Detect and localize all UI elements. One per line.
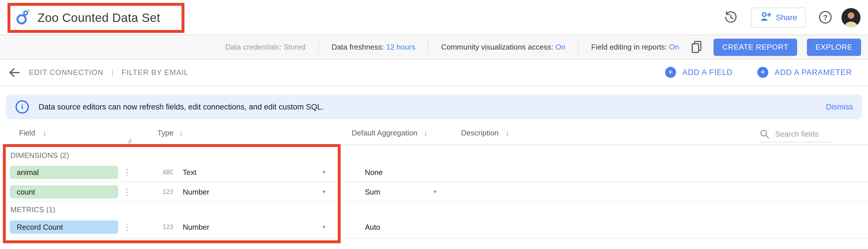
table-row-animal: animal ⋮ ABC Text ▼ None xyxy=(0,162,868,182)
status-bar: Data credentials: Stored Data freshness:… xyxy=(0,35,868,59)
help-glyph: ? xyxy=(818,10,832,24)
version-history-icon[interactable] xyxy=(723,10,738,25)
person-add-icon xyxy=(760,11,772,23)
field-type-123-icon: 123 xyxy=(162,188,173,195)
column-resize-handle[interactable] xyxy=(126,137,132,146)
aggregation-value: None xyxy=(365,168,383,176)
toolbar-actions: + ADD A FIELD + ADD A PARAMETER xyxy=(665,59,852,85)
info-banner: i Data source editors can now refresh fi… xyxy=(6,95,862,119)
data-freshness-label: Data freshness: xyxy=(332,43,384,51)
avatar[interactable] xyxy=(841,8,861,27)
data-credentials-value: Stored xyxy=(284,43,306,51)
sort-icon[interactable]: ↓ xyxy=(179,128,183,137)
add-a-field-label: ADD A FIELD xyxy=(682,68,733,77)
connection-toolbar: EDIT CONNECTION | FILTER BY EMAIL + ADD … xyxy=(0,59,868,86)
share-label: Share xyxy=(776,13,797,22)
data-freshness-status[interactable]: Data freshness: 12 hours xyxy=(332,43,415,51)
annotation-box-title: Zoo Counted Data Set xyxy=(7,3,184,33)
community-viz-status[interactable]: Community visualizations access: On xyxy=(441,43,565,51)
aggregation-value: Auto xyxy=(365,223,380,231)
community-viz-label: Community visualizations access: xyxy=(441,43,553,51)
field-type-abc-icon: ABC xyxy=(162,168,173,176)
edit-connection-button[interactable]: EDIT CONNECTION xyxy=(29,68,103,77)
create-report-button[interactable]: CREATE REPORT xyxy=(714,38,797,56)
field-editing-value: On xyxy=(669,43,679,51)
data-credentials-status[interactable]: Data credentials: Stored xyxy=(225,43,306,51)
divider xyxy=(578,41,579,53)
back-arrow-icon[interactable] xyxy=(8,66,21,79)
column-header-aggregation[interactable]: Default Aggregation xyxy=(351,128,417,137)
field-editing-status[interactable]: Field editing in reports: On xyxy=(591,43,679,51)
field-name-pill[interactable]: animal xyxy=(10,165,118,179)
field-editing-label: Field editing in reports: xyxy=(591,43,667,51)
field-type-select[interactable]: Text xyxy=(183,168,196,176)
field-name-pill[interactable]: count xyxy=(10,185,118,198)
add-a-parameter-button[interactable]: + ADD A PARAMETER xyxy=(757,67,852,78)
toolbar-separator: | xyxy=(112,68,114,77)
table-row-record-count: Record Count ⋮ 123 Number ▼ Auto xyxy=(0,216,868,239)
field-type-123-icon: 123 xyxy=(162,223,173,231)
share-button[interactable]: Share xyxy=(751,7,806,27)
divider xyxy=(428,41,429,53)
search-fields-box[interactable] xyxy=(760,126,833,143)
looker-studio-data-source-page: Zoo Counted Data Set Share xyxy=(0,0,868,249)
info-icon: i xyxy=(16,100,29,114)
column-header-field[interactable]: Field xyxy=(19,128,35,137)
page-title: Zoo Counted Data Set xyxy=(37,11,160,25)
community-viz-value: On xyxy=(555,43,565,51)
field-type-select[interactable]: Number xyxy=(183,187,210,196)
app-header: Zoo Counted Data Set Share xyxy=(0,0,868,35)
section-label-metrics: METRICS (1) xyxy=(0,202,868,216)
sort-icon[interactable]: ↓ xyxy=(505,128,509,137)
info-glyph: i xyxy=(17,101,28,113)
help-icon[interactable]: ? xyxy=(818,10,832,24)
dropdown-arrow-icon[interactable]: ▼ xyxy=(321,169,326,175)
dropdown-arrow-icon[interactable]: ▼ xyxy=(321,224,326,230)
sort-icon[interactable]: ↓ xyxy=(424,128,428,137)
banner-message: Data source editors can now refresh fiel… xyxy=(39,102,323,111)
dropdown-arrow-icon[interactable]: ▼ xyxy=(433,189,437,194)
field-name-pill[interactable]: Record Count xyxy=(10,220,118,234)
search-input[interactable] xyxy=(774,129,834,138)
add-a-parameter-label: ADD A PARAMETER xyxy=(775,68,852,77)
plus-circle-icon: + xyxy=(757,67,768,78)
divider xyxy=(318,41,319,53)
data-credentials-label: Data credentials: xyxy=(225,43,281,51)
search-icon xyxy=(760,129,770,138)
copy-icon[interactable] xyxy=(691,40,704,54)
more-options-icon[interactable]: ⋮ xyxy=(123,222,131,232)
dismiss-button[interactable]: Dismiss xyxy=(826,102,853,111)
aggregation-select[interactable]: Sum xyxy=(365,187,380,196)
filter-by-email-button[interactable]: FILTER BY EMAIL xyxy=(122,68,188,77)
more-options-icon[interactable]: ⋮ xyxy=(123,167,131,177)
plus-circle-icon: + xyxy=(665,67,676,78)
add-a-field-button[interactable]: + ADD A FIELD xyxy=(665,67,733,78)
explore-button[interactable]: EXPLORE xyxy=(807,38,861,56)
column-header-type[interactable]: Type xyxy=(157,128,174,137)
data-freshness-value: 12 hours xyxy=(386,43,415,51)
sort-icon[interactable]: ↓ xyxy=(43,128,47,137)
dropdown-arrow-icon[interactable]: ▼ xyxy=(321,189,326,194)
section-label-dimensions: DIMENSIONS (2) xyxy=(0,145,868,162)
fields-table-header: Field ↓ Type ↓ Default Aggregation ↓ Des… xyxy=(0,123,868,145)
data-source-icon xyxy=(16,9,30,27)
table-row-count: count ⋮ 123 Number ▼ Sum ▼ xyxy=(0,182,868,202)
more-options-icon[interactable]: ⋮ xyxy=(123,186,131,197)
column-header-description[interactable]: Description xyxy=(461,128,499,137)
field-type-select[interactable]: Number xyxy=(183,223,210,231)
header-actions: Share ? xyxy=(723,0,861,35)
